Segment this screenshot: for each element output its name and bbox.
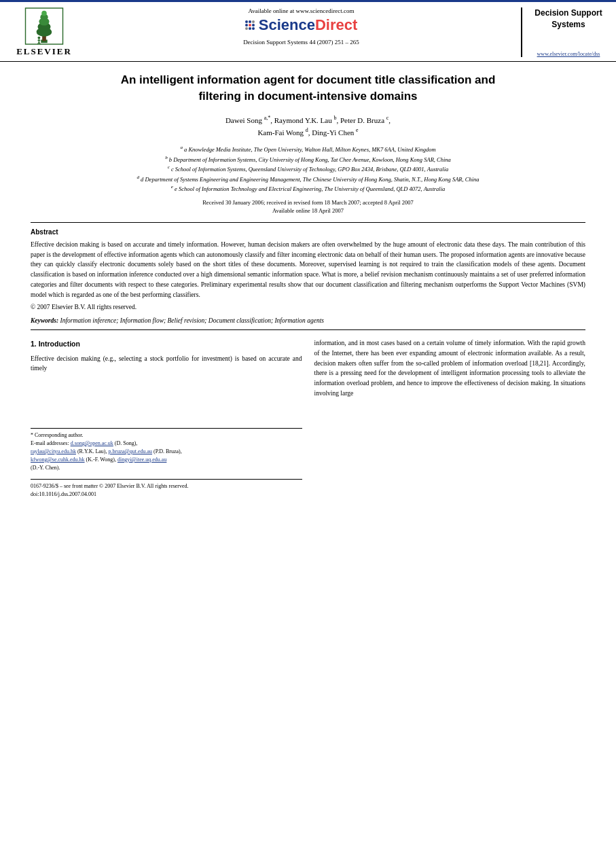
body-divider xyxy=(31,329,585,330)
sd-dot-1 xyxy=(245,20,248,23)
sd-dot-3 xyxy=(252,20,255,23)
sd-dot-9 xyxy=(252,27,255,30)
column-right: information, and in most cases based on … xyxy=(314,338,586,499)
page: ELSEVIER Available online at www.science… xyxy=(0,0,616,841)
footnote-email5: dingyi@itee.uq.edu.au xyxy=(117,457,166,463)
footnote-name1: (D. Song), xyxy=(115,440,138,446)
available-info: Available online 18 April 2007 xyxy=(31,207,585,214)
footnote-name4: (K.-F. Wong), xyxy=(86,457,116,463)
sd-dot-5 xyxy=(249,24,251,26)
sd-dot-7 xyxy=(245,27,248,30)
footnote-email1: d.song@open.ac.uk xyxy=(71,440,113,446)
elsevier-logo: ELSEVIER xyxy=(16,7,72,57)
article-content: An intelligent information agent for doc… xyxy=(0,62,616,505)
journal-website: www.elsevier.com/locate/dss xyxy=(537,51,600,57)
footnote-area: * Corresponding author. E-mail addresses… xyxy=(31,428,302,472)
sd-dot-4 xyxy=(245,24,248,26)
journal-title: Decision SupportSystems xyxy=(535,7,602,31)
elsevier-logo-area: ELSEVIER xyxy=(7,7,81,57)
keywords: Keywords: Information inference; Informa… xyxy=(31,317,585,324)
copyright: © 2007 Elsevier B.V. All rights reserved… xyxy=(31,304,585,310)
footnote-emails: E-mail addresses: d.song@open.ac.uk (D. … xyxy=(31,440,302,472)
section1-heading: 1. Introduction xyxy=(31,338,302,349)
elsevier-label: ELSEVIER xyxy=(16,46,72,57)
section1-col2-text: information, and in most cases based on … xyxy=(314,338,586,398)
affiliations: a a Knowledge Media Institute, The Open … xyxy=(31,144,585,194)
abstract-divider xyxy=(31,222,585,223)
sd-wordmark: ScienceDirect xyxy=(259,16,358,34)
footnote-email3: p.bruza@qut.edu.au xyxy=(109,448,152,454)
keywords-text: Information inference; Information flow;… xyxy=(60,317,324,324)
sd-dots xyxy=(245,20,255,30)
footnote-email4: kfwong@se.cuhk.edu.hk xyxy=(31,457,85,463)
footnote-name5: (D.-Y. Chen). xyxy=(31,465,60,471)
abstract-section: Abstract Effective decision making is ba… xyxy=(31,228,585,310)
bottom-info: 0167-9236/$ – see front matter © 2007 El… xyxy=(31,479,302,499)
footnote-name3: (P.D. Bruza), xyxy=(153,448,182,454)
footnote-corresponding: * Corresponding author. xyxy=(31,431,302,440)
article-title: An intelligent information agent for doc… xyxy=(31,72,585,105)
authors: Dawei Song a,*, Raymond Y.K. Lau b, Pete… xyxy=(31,114,585,139)
header-right: Decision SupportSystems www.elsevier.com… xyxy=(521,7,609,57)
sd-dot-2 xyxy=(249,20,251,23)
svg-point-6 xyxy=(41,11,47,16)
bottom-issn: 0167-9236/$ – see front matter © 2007 El… xyxy=(31,482,302,490)
two-column-body: 1. Introduction Effective decision makin… xyxy=(31,338,585,499)
keywords-label: Keywords: xyxy=(31,317,58,324)
svg-point-7 xyxy=(38,37,41,39)
header: ELSEVIER Available online at www.science… xyxy=(0,2,616,61)
footnote-email-label: E-mail addresses: xyxy=(31,440,69,446)
elsevier-tree-icon xyxy=(24,7,65,45)
available-online-text: Available online at www.sciencedirect.co… xyxy=(249,7,355,14)
column-left: 1. Introduction Effective decision makin… xyxy=(31,338,302,499)
bottom-doi: doi:10.1016/j.dss.2007.04.001 xyxy=(31,490,302,499)
journal-ref: Decision Support Systems 44 (2007) 251 –… xyxy=(243,39,359,46)
header-center: Available online at www.sciencedirect.co… xyxy=(81,7,521,57)
abstract-title: Abstract xyxy=(31,228,585,236)
footnote-name2: (R.Y.K. Lau), xyxy=(77,448,107,454)
received-info: Received 30 January 2006; received in re… xyxy=(31,199,585,206)
sciencedirect-logo: ScienceDirect xyxy=(245,16,358,34)
sd-dot-8 xyxy=(249,27,251,30)
footnote-email2: raylau@cityu.edu.hk xyxy=(31,448,76,454)
sd-dot-6 xyxy=(252,24,255,26)
abstract-text: Effective decision making is based on ac… xyxy=(31,240,585,300)
section1-col1-text: Effective decision making (e.g., selecti… xyxy=(31,354,302,374)
